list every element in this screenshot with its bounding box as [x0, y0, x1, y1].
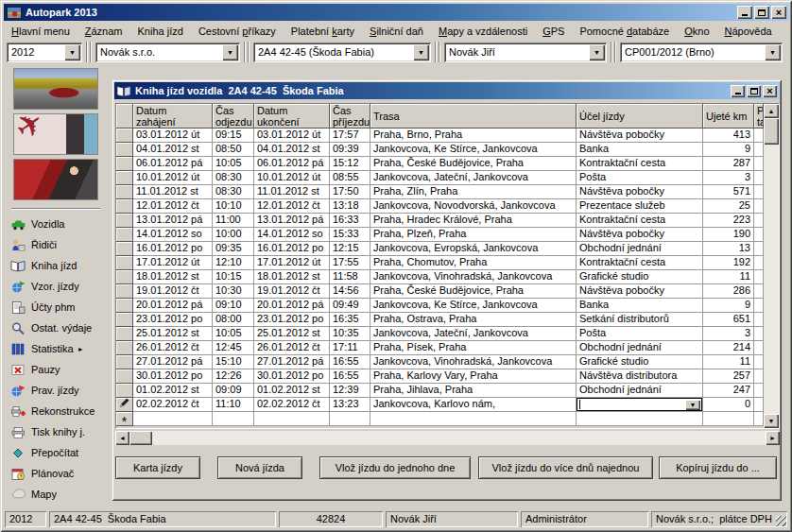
end-date-cell[interactable]: 18.01.2012 st — [254, 270, 330, 284]
arrival-time-cell[interactable]: 15:33 — [330, 228, 370, 242]
arrival-time-cell[interactable]: 11:58 — [330, 270, 370, 284]
purpose-cell[interactable]: Setkání distributorů — [577, 313, 703, 327]
departure-time-cell[interactable]: 15:10 — [213, 355, 254, 369]
distance-cell[interactable]: 651 — [703, 313, 754, 327]
departure-time-cell[interactable]: 08:50 — [213, 143, 254, 157]
start-date-cell[interactable]: 16.01.2012 po — [133, 242, 213, 256]
menu-item-platebni-karty[interactable]: Platební karty — [284, 24, 362, 39]
departure-time-cell[interactable]: 10:15 — [213, 270, 254, 284]
column-header-cas-prijezdu[interactable]: Čas příjezdu — [330, 104, 370, 129]
driver-filter-combo[interactable]: Novák Jiří▼ — [444, 43, 607, 62]
nova-jizda-button[interactable]: Nová jízda — [217, 456, 302, 479]
route-cell[interactable]: Praha, Hradec Králové, Praha — [370, 214, 577, 228]
departure-time-cell[interactable]: 10:30 — [213, 284, 254, 299]
purpose-cell[interactable]: Návštěva pobočky — [577, 185, 703, 199]
end-date-cell[interactable]: 25.01.2012 st — [254, 327, 330, 341]
start-date-cell[interactable]: 13.01.2012 pá — [133, 214, 213, 228]
row-selector[interactable] — [116, 256, 133, 270]
start-date-cell[interactable]: 03.01.2012 út — [133, 129, 213, 143]
departure-time-cell[interactable]: 09:15 — [213, 129, 254, 143]
start-date-cell[interactable]: 14.01.2012 so — [133, 228, 213, 242]
start-date-cell[interactable]: 20.01.2012 pá — [133, 299, 213, 313]
odometer-cell[interactable] — [754, 185, 764, 199]
scroll-down-button[interactable]: ▼ — [764, 414, 779, 428]
departure-time-cell[interactable]: 12:10 — [213, 256, 254, 270]
departure-time-cell[interactable]: 11:10 — [213, 398, 254, 412]
route-cell[interactable]: Jankovcova, Ke Stírce, Jankovcova — [370, 143, 577, 157]
vloz-jizdu-do-jednoho-dne-button[interactable]: Vlož jízdu do jednoho dne — [319, 456, 471, 479]
end-date-cell[interactable]: 04.01.2012 st — [254, 143, 330, 157]
row-selector[interactable] — [116, 157, 133, 171]
scroll-up-button[interactable]: ▲ — [764, 104, 779, 118]
arrival-time-cell[interactable]: 17:50 — [330, 185, 370, 199]
distance-cell[interactable]: 0 — [703, 398, 754, 412]
arrival-time-cell[interactable]: 17:55 — [330, 256, 370, 270]
odometer-cell[interactable] — [754, 214, 764, 228]
end-date-cell[interactable]: 01.02.2012 st — [254, 384, 330, 398]
route-cell[interactable]: Jankovcova, Evropská, Jankovcova — [370, 242, 577, 256]
odometer-cell[interactable] — [754, 228, 764, 242]
odometer-cell[interactable] — [754, 242, 764, 256]
purpose-cell[interactable]: Návštěva pobočky — [577, 284, 703, 299]
purpose-cell[interactable]: Prezentace služeb — [577, 199, 703, 214]
sidebar-item-tisk-knihy-j[interactable]: Tisk knihy j. — [4, 421, 108, 442]
departure-time-cell[interactable]: 10:05 — [213, 327, 254, 341]
sidebar-item-statistika[interactable]: Statistika► — [4, 338, 108, 359]
arrival-time-cell[interactable]: 12:39 — [330, 384, 370, 398]
odometer-cell[interactable] — [754, 341, 764, 355]
arrival-time-cell[interactable]: 09:39 — [330, 143, 370, 157]
route-cell[interactable]: Jankovcova, Novodvorská, Jankovcova — [370, 199, 577, 214]
sidebar-item-ostat-vydaje[interactable]: Ostat. výdaje — [4, 317, 108, 338]
end-date-cell[interactable]: 17.01.2012 út — [254, 256, 330, 270]
purpose-cell[interactable]: Návštěva pobočky — [577, 228, 703, 242]
route-cell[interactable]: Praha, Karlovy Vary, Praha — [370, 369, 577, 384]
distance-cell[interactable]: 247 — [703, 384, 754, 398]
arrival-time-cell[interactable]: 13:23 — [330, 398, 370, 412]
sidebar-item-prav-jizdy[interactable]: Prav. jízdy — [4, 380, 108, 401]
sidebar-item-planovac[interactable]: Plánovač — [4, 463, 108, 484]
purpose-cell[interactable] — [577, 412, 703, 426]
route-cell[interactable]: Praha, Jihlava, Praha — [370, 384, 577, 398]
distance-cell[interactable]: 3 — [703, 171, 754, 185]
distance-cell[interactable]: 9 — [703, 143, 754, 157]
purpose-cell[interactable]: Kontraktační cesta — [577, 157, 703, 171]
distance-cell[interactable]: 214 — [703, 341, 754, 355]
scroll-left-button[interactable]: ◄ — [115, 431, 129, 445]
sidebar-item-pauzy[interactable]: Pauzy — [4, 359, 108, 380]
distance-cell[interactable]: 192 — [703, 256, 754, 270]
departure-time-cell[interactable]: 09:35 — [213, 242, 254, 256]
purpose-cell[interactable]: ▼ — [577, 398, 703, 412]
driver-filter-combo-dropdown-button[interactable]: ▼ — [589, 44, 605, 60]
arrival-time-cell[interactable]: 14:56 — [330, 284, 370, 299]
route-cell[interactable]: Praha, Chomutov, Praha — [370, 256, 577, 270]
route-cell[interactable]: Praha, Zlín, Praha — [370, 185, 577, 199]
start-date-cell[interactable]: 04.01.2012 st — [133, 143, 213, 157]
row-selector[interactable] — [116, 327, 133, 341]
arrival-time-cell[interactable]: 17:57 — [330, 129, 370, 143]
purpose-cell[interactable]: Obchodní jednání — [577, 242, 703, 256]
end-date-cell[interactable]: 03.01.2012 út — [254, 129, 330, 143]
purpose-cell[interactable]: Kontraktační cesta — [577, 214, 703, 228]
route-cell[interactable]: Jankovcova, Vinohradská, Jankovcova — [370, 355, 577, 369]
sidebar-item-ridici[interactable]: Řidiči — [4, 234, 108, 255]
arrival-time-cell[interactable]: 10:35 — [330, 327, 370, 341]
route-cell[interactable]: Praha, Písek, Praha — [370, 341, 577, 355]
sidebar-item-mapy[interactable]: Mapy — [4, 484, 108, 505]
end-date-cell[interactable]: 20.01.2012 pá — [254, 299, 330, 313]
departure-time-cell[interactable]: 09:09 — [213, 384, 254, 398]
end-date-cell[interactable]: 16.01.2012 po — [254, 242, 330, 256]
odometer-cell[interactable] — [754, 412, 764, 426]
menu-item-hlavni-menu[interactable]: Hlavní menu — [4, 24, 77, 39]
menu-item-mapy-a-vzdalenosti[interactable]: Mapy a vzdálenosti — [431, 24, 535, 39]
year-filter-combo-dropdown-button[interactable]: ▼ — [64, 44, 80, 60]
year-filter-combo[interactable]: 2012▼ — [7, 43, 82, 62]
end-date-cell[interactable]: 02.02.2012 čt — [254, 398, 330, 412]
odometer-cell[interactable] — [754, 369, 764, 384]
vehicle-filter-combo[interactable]: 2A4 42-45 (Škoda Fabia)▼ — [253, 43, 431, 62]
odometer-cell[interactable] — [754, 327, 764, 341]
row-selector[interactable] — [116, 185, 133, 199]
start-date-cell[interactable]: 01.02.2012 st — [133, 384, 213, 398]
departure-time-cell[interactable]: 08:00 — [213, 313, 254, 327]
distance-cell[interactable]: 11 — [703, 270, 754, 284]
odometer-cell[interactable] — [754, 143, 764, 157]
